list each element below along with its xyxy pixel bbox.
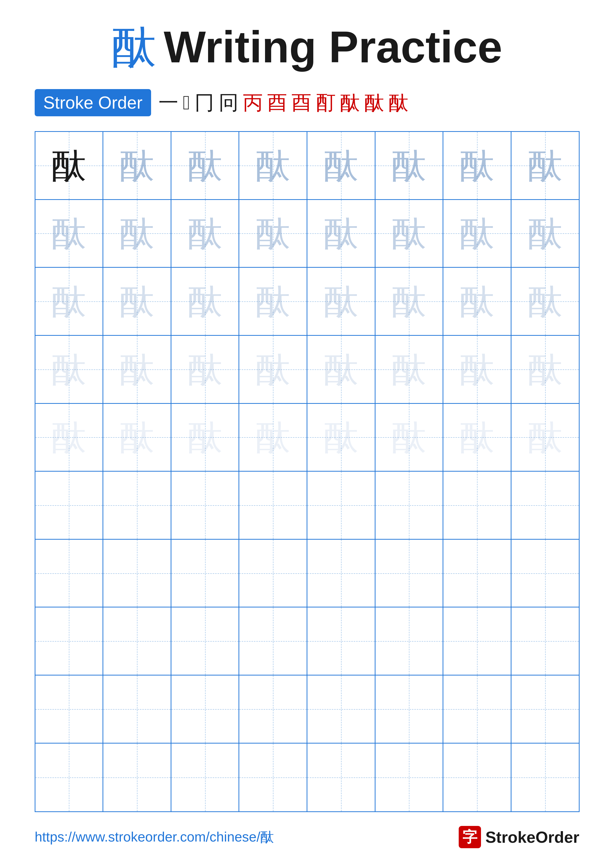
grid-cell-1-5[interactable]: 酞: [307, 132, 376, 200]
grid-cell-5-4[interactable]: 酞: [239, 404, 307, 472]
cell-char: 酞: [392, 284, 426, 319]
grid-cell-5-6[interactable]: 酞: [376, 404, 444, 472]
grid-cell-1-8[interactable]: 酞: [511, 132, 579, 200]
cell-char: 酞: [188, 420, 222, 454]
grid-cell-1-4[interactable]: 酞: [239, 132, 307, 200]
grid-cell-3-7[interactable]: 酞: [443, 268, 511, 336]
grid-row-3: 酞 酞 酞 酞 酞 酞 酞 酞: [36, 268, 579, 336]
grid-cell-6-6[interactable]: [376, 471, 444, 539]
cell-char: 酞: [188, 352, 222, 387]
grid-cell-9-6[interactable]: [376, 676, 444, 744]
grid-cell-4-8[interactable]: 酞: [511, 336, 579, 404]
page: 酞 Writing Practice Stroke Order 一 𠃌 冂 冋 …: [0, 0, 614, 868]
grid-cell-7-8[interactable]: [511, 539, 579, 608]
grid-cell-1-3[interactable]: 酞: [171, 132, 239, 200]
grid-cell-2-8[interactable]: 酞: [511, 200, 579, 268]
grid-cell-10-6[interactable]: [376, 744, 444, 812]
grid-cell-3-2[interactable]: 酞: [103, 268, 171, 336]
cell-char: 酞: [528, 284, 563, 319]
grid-cell-4-4[interactable]: 酞: [239, 336, 307, 404]
grid-cell-5-5[interactable]: 酞: [307, 404, 376, 472]
footer-url: https://www.strokeorder.com/chinese/酞: [35, 828, 274, 846]
grid-cell-7-7[interactable]: [443, 539, 511, 608]
cell-char: 酞: [392, 352, 426, 387]
grid-cell-2-2[interactable]: 酞: [103, 200, 171, 268]
grid-cell-9-8[interactable]: [511, 676, 579, 744]
stroke-step-7: 酉: [292, 93, 311, 113]
grid-cell-6-8[interactable]: [511, 471, 579, 539]
cell-char: 酞: [528, 420, 563, 454]
grid-cell-6-1[interactable]: [36, 471, 104, 539]
grid-cell-5-8[interactable]: 酞: [511, 404, 579, 472]
grid-cell-10-4[interactable]: [239, 744, 307, 812]
cell-char: 酞: [120, 148, 154, 183]
title-area: 酞 Writing Practice: [112, 25, 502, 69]
grid-cell-8-5[interactable]: [307, 608, 376, 676]
cell-char: 酞: [188, 216, 222, 251]
grid-cell-3-8[interactable]: 酞: [511, 268, 579, 336]
grid-cell-4-1[interactable]: 酞: [36, 336, 104, 404]
grid-cell-9-2[interactable]: [103, 676, 171, 744]
grid-cell-10-2[interactable]: [103, 744, 171, 812]
cell-char: 酞: [120, 420, 154, 454]
grid-cell-7-1[interactable]: [36, 539, 104, 608]
cell-char: 酞: [51, 352, 86, 387]
grid-cell-8-4[interactable]: [239, 608, 307, 676]
grid-cell-10-5[interactable]: [307, 744, 376, 812]
grid-cell-7-4[interactable]: [239, 539, 307, 608]
grid-cell-2-1[interactable]: 酞: [36, 200, 104, 268]
grid-cell-7-5[interactable]: [307, 539, 376, 608]
grid-cell-2-5[interactable]: 酞: [307, 200, 376, 268]
grid-cell-8-1[interactable]: [36, 608, 104, 676]
grid-cell-9-3[interactable]: [171, 676, 239, 744]
grid-row-9: [36, 676, 579, 744]
grid-cell-8-7[interactable]: [443, 608, 511, 676]
grid-cell-1-6[interactable]: 酞: [376, 132, 444, 200]
grid-cell-10-8[interactable]: [511, 744, 579, 812]
grid-cell-7-3[interactable]: [171, 539, 239, 608]
grid-cell-10-7[interactable]: [443, 744, 511, 812]
grid-cell-10-1[interactable]: [36, 744, 104, 812]
grid-cell-5-1[interactable]: 酞: [36, 404, 104, 472]
grid-cell-4-6[interactable]: 酞: [376, 336, 444, 404]
grid-cell-1-2[interactable]: 酞: [103, 132, 171, 200]
grid-cell-9-1[interactable]: [36, 676, 104, 744]
grid-cell-6-7[interactable]: [443, 471, 511, 539]
grid-cell-8-6[interactable]: [376, 608, 444, 676]
grid-cell-10-3[interactable]: [171, 744, 239, 812]
grid-cell-1-7[interactable]: 酞: [443, 132, 511, 200]
grid-cell-8-8[interactable]: [511, 608, 579, 676]
grid-cell-9-7[interactable]: [443, 676, 511, 744]
cell-char: 酞: [256, 216, 290, 251]
grid-cell-5-3[interactable]: 酞: [171, 404, 239, 472]
cell-char: 酞: [51, 148, 86, 183]
stroke-step-4: 冋: [219, 93, 238, 113]
grid-cell-4-3[interactable]: 酞: [171, 336, 239, 404]
grid-cell-3-3[interactable]: 酞: [171, 268, 239, 336]
grid-cell-6-2[interactable]: [103, 471, 171, 539]
grid-cell-9-5[interactable]: [307, 676, 376, 744]
grid-cell-2-4[interactable]: 酞: [239, 200, 307, 268]
grid-cell-6-4[interactable]: [239, 471, 307, 539]
grid-cell-7-2[interactable]: [103, 539, 171, 608]
grid-cell-4-7[interactable]: 酞: [443, 336, 511, 404]
grid-cell-3-1[interactable]: 酞: [36, 268, 104, 336]
grid-cell-2-7[interactable]: 酞: [443, 200, 511, 268]
grid-cell-6-3[interactable]: [171, 471, 239, 539]
grid-cell-4-2[interactable]: 酞: [103, 336, 171, 404]
grid-cell-2-6[interactable]: 酞: [376, 200, 444, 268]
grid-cell-5-7[interactable]: 酞: [443, 404, 511, 472]
grid-cell-7-6[interactable]: [376, 539, 444, 608]
grid-cell-2-3[interactable]: 酞: [171, 200, 239, 268]
grid-cell-3-5[interactable]: 酞: [307, 268, 376, 336]
grid-cell-6-5[interactable]: [307, 471, 376, 539]
grid-cell-3-4[interactable]: 酞: [239, 268, 307, 336]
grid-cell-5-2[interactable]: 酞: [103, 404, 171, 472]
grid-cell-1-1[interactable]: 酞: [36, 132, 104, 200]
grid-cell-3-6[interactable]: 酞: [376, 268, 444, 336]
grid-cell-8-3[interactable]: [171, 608, 239, 676]
grid-cell-9-4[interactable]: [239, 676, 307, 744]
grid-cell-4-5[interactable]: 酞: [307, 336, 376, 404]
grid-cell-8-2[interactable]: [103, 608, 171, 676]
cell-char: 酞: [324, 284, 358, 319]
